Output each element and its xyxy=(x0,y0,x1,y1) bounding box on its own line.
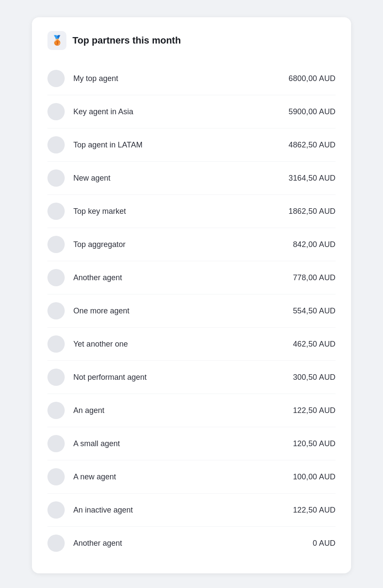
avatar xyxy=(47,435,65,452)
avatar xyxy=(47,103,65,120)
partner-amount: 778,00 AUD xyxy=(293,273,336,282)
top-partners-card: 🥉 Top partners this month My top agent68… xyxy=(32,17,351,573)
partner-amount: 6800,00 AUD xyxy=(289,74,336,83)
partner-amount: 5900,00 AUD xyxy=(289,107,336,116)
avatar xyxy=(47,236,65,253)
card-header: 🥉 Top partners this month xyxy=(47,31,336,50)
partner-amount: 120,50 AUD xyxy=(293,439,336,448)
partner-amount: 100,00 AUD xyxy=(293,472,336,482)
partner-name: One more agent xyxy=(73,307,293,316)
avatar xyxy=(47,501,65,519)
card-title: Top partners this month xyxy=(72,35,181,46)
partner-name: Key agent in Asia xyxy=(73,107,289,116)
partner-amount: 462,50 AUD xyxy=(293,340,336,349)
partner-name: Yet another one xyxy=(73,340,293,349)
partner-name: Not performant agent xyxy=(73,373,293,382)
partner-amount: 842,00 AUD xyxy=(293,240,336,249)
avatar xyxy=(47,468,65,485)
partner-list: My top agent6800,00 AUDKey agent in Asia… xyxy=(47,62,336,560)
partner-row: Key agent in Asia5900,00 AUD xyxy=(47,95,336,128)
avatar xyxy=(47,203,65,220)
partner-name: A small agent xyxy=(73,439,293,448)
avatar xyxy=(47,269,65,286)
avatar xyxy=(47,402,65,419)
partner-amount: 3164,50 AUD xyxy=(289,174,336,183)
avatar xyxy=(47,136,65,153)
partner-row: My top agent6800,00 AUD xyxy=(47,62,336,95)
partner-name: New agent xyxy=(73,174,289,183)
partner-row: A small agent120,50 AUD xyxy=(47,427,336,460)
partner-amount: 122,50 AUD xyxy=(293,506,336,515)
partner-row: An inactive agent122,50 AUD xyxy=(47,494,336,527)
partner-name: A new agent xyxy=(73,472,293,482)
partner-row: Top agent in LATAM4862,50 AUD xyxy=(47,128,336,162)
partner-name: An agent xyxy=(73,406,293,415)
partner-amount: 0 AUD xyxy=(313,539,336,548)
partner-name: An inactive agent xyxy=(73,506,293,515)
partner-amount: 300,50 AUD xyxy=(293,373,336,382)
partner-amount: 554,50 AUD xyxy=(293,307,336,316)
avatar xyxy=(47,169,65,187)
partner-row: Another agent0 AUD xyxy=(47,527,336,560)
medal-icon: 🥉 xyxy=(47,31,66,50)
partner-row: New agent3164,50 AUD xyxy=(47,162,336,195)
partner-amount: 1862,50 AUD xyxy=(289,207,336,216)
avatar xyxy=(47,70,65,87)
partner-row: Yet another one462,50 AUD xyxy=(47,328,336,361)
partner-name: Another agent xyxy=(73,539,313,548)
partner-row: An agent122,50 AUD xyxy=(47,394,336,427)
partner-amount: 4862,50 AUD xyxy=(289,141,336,150)
avatar xyxy=(47,302,65,319)
partner-row: Top key market1862,50 AUD xyxy=(47,195,336,228)
avatar xyxy=(47,535,65,552)
partner-amount: 122,50 AUD xyxy=(293,406,336,415)
partner-name: My top agent xyxy=(73,74,289,83)
partner-name: Top agent in LATAM xyxy=(73,141,289,150)
partner-name: Top aggregator xyxy=(73,240,293,249)
partner-name: Top key market xyxy=(73,207,289,216)
partner-row: Another agent778,00 AUD xyxy=(47,261,336,294)
partner-row: One more agent554,50 AUD xyxy=(47,294,336,328)
partner-row: Top aggregator842,00 AUD xyxy=(47,228,336,261)
avatar xyxy=(47,369,65,386)
partner-row: Not performant agent300,50 AUD xyxy=(47,361,336,394)
partner-name: Another agent xyxy=(73,273,293,282)
avatar xyxy=(47,335,65,353)
partner-row: A new agent100,00 AUD xyxy=(47,460,336,494)
